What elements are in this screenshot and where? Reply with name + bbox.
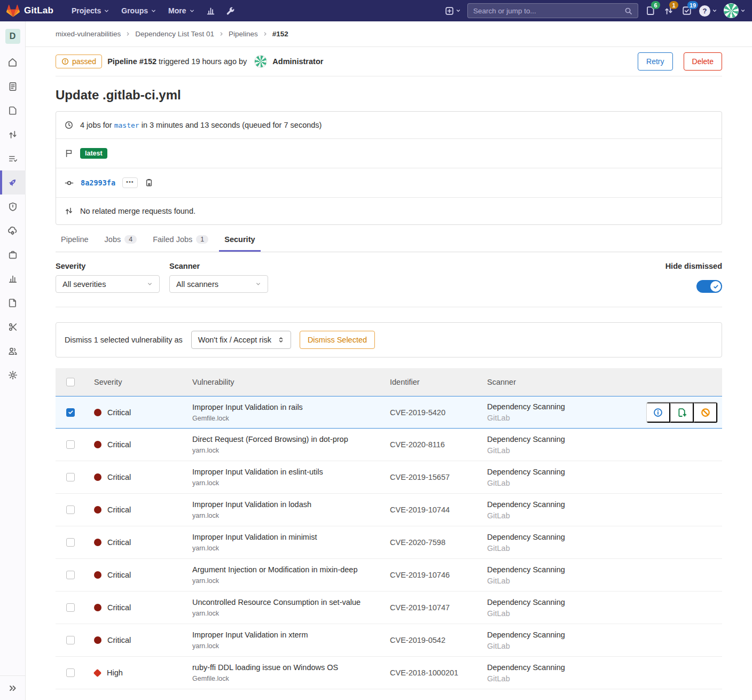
sidebar-item-repository[interactable]	[0, 74, 26, 98]
tab-failed-jobs[interactable]: Failed Jobs 1	[147, 228, 214, 252]
cloud-gear-icon	[7, 225, 18, 236]
row-checkbox[interactable]	[66, 408, 75, 417]
commit-sha-link[interactable]: 8a2993fa	[81, 178, 115, 187]
row-checkbox[interactable]	[66, 636, 75, 644]
analytics-nav-button[interactable]	[201, 2, 220, 20]
vulnerability-title[interactable]: Improper Input Validation in lodash	[192, 500, 375, 509]
admin-area-button[interactable]	[221, 2, 240, 20]
vulnerability-title[interactable]: ruby-ffi DDL loading issue on Windows OS	[192, 663, 375, 672]
sidebar-item-settings[interactable]	[0, 363, 26, 387]
row-checkbox[interactable]	[66, 473, 75, 481]
help-menu-button[interactable]: ?	[699, 5, 717, 17]
sidebar-item-pipelines[interactable]	[0, 170, 26, 195]
scanner-vendor: GitLab	[487, 446, 722, 455]
severity-label: Critical	[107, 505, 131, 514]
retry-button[interactable]: Retry	[638, 52, 672, 71]
project-avatar[interactable]: D	[5, 29, 20, 44]
severity-filter-dropdown[interactable]: All severities	[56, 275, 160, 293]
collapse-sidebar-button[interactable]	[0, 675, 26, 700]
scanner-cell: Dependency ScanningGitLab	[487, 435, 722, 455]
delete-button[interactable]: Delete	[684, 52, 722, 71]
dismiss-reason-select[interactable]: Won't fix / Accept risk	[191, 331, 291, 349]
severity-cell: Critical	[85, 571, 192, 579]
tab-jobs[interactable]: Jobs 4	[99, 228, 143, 252]
dismiss-vulnerability-button[interactable]	[694, 402, 717, 423]
breadcrumb-project[interactable]: Dependency List Test 01	[135, 30, 214, 38]
sidebar-item-snippets[interactable]	[0, 315, 26, 339]
row-checkbox[interactable]	[66, 440, 75, 449]
pipeline-status-badge[interactable]: passed	[56, 55, 102, 68]
home-icon	[7, 57, 18, 67]
sidebar-item-security[interactable]	[0, 195, 26, 219]
sidebar-item-issues[interactable]	[0, 98, 26, 122]
table-row[interactable]: CriticalArgument Injection or Modificati…	[56, 559, 722, 592]
table-row[interactable]: CriticalDirect Request (Forced Browsing)…	[56, 429, 722, 461]
row-checkbox[interactable]	[66, 668, 75, 677]
sidebar-item-members[interactable]	[0, 339, 26, 363]
table-row[interactable]: CriticalImproper Input Validation in xte…	[56, 624, 722, 657]
table-row[interactable]: CriticalImproper Input Validation in esl…	[56, 461, 722, 494]
tab-pipeline[interactable]: Pipeline	[56, 228, 94, 252]
page-title: Update .gitlab-ci.yml	[56, 88, 722, 103]
vulnerability-title[interactable]: Improper Input Validation in minimist	[192, 533, 375, 541]
user-menu-button[interactable]	[724, 3, 746, 18]
sidebar-item-analytics[interactable]	[0, 267, 26, 291]
shield-icon	[8, 202, 18, 212]
vulnerability-title[interactable]: Improper Input Validation in eslint-util…	[192, 468, 375, 476]
vulnerability-title[interactable]: Direct Request (Forced Browsing) in dot-…	[192, 435, 375, 444]
table-row[interactable]: CriticalUncontrolled Resource Consumptio…	[56, 592, 722, 624]
create-issue-button[interactable]	[670, 402, 694, 423]
tab-security[interactable]: Security	[219, 228, 260, 252]
todos-counter[interactable]: 19	[681, 4, 693, 18]
global-search[interactable]	[467, 3, 638, 18]
vulnerability-title[interactable]: Improper Input Validation in xterm	[192, 631, 375, 639]
sidebar-item-requirements[interactable]	[0, 146, 26, 170]
merge-requests-counter[interactable]: 1	[663, 4, 675, 18]
severity-critical-icon	[94, 539, 101, 546]
menu-groups[interactable]: Groups	[116, 2, 162, 19]
row-checkbox[interactable]	[66, 538, 75, 547]
row-checkbox[interactable]	[66, 505, 75, 514]
search-input[interactable]	[473, 7, 624, 15]
breadcrumb-pipelines[interactable]: Pipelines	[229, 30, 258, 38]
scanner-name: Dependency Scanning	[487, 435, 722, 444]
author-name[interactable]: Administrator	[272, 57, 323, 66]
row-checkbox[interactable]	[66, 571, 75, 579]
sidebar-item-overview[interactable]	[0, 50, 26, 74]
row-checkbox[interactable]	[66, 603, 75, 612]
table-row[interactable]: CriticalImproper Input Validation in rai…	[56, 396, 722, 429]
expand-commit-button[interactable]: •••	[122, 177, 138, 188]
issues-counter[interactable]: 6	[645, 4, 656, 18]
scanner-filter-dropdown[interactable]: All scanners	[169, 275, 268, 293]
branch-link[interactable]: master	[114, 121, 139, 129]
severity-filter-value: All severities	[62, 280, 106, 289]
sidebar-item-merge-requests[interactable]	[0, 122, 26, 146]
vulnerability-cell: Improper Input Validation in lodashyarn.…	[192, 500, 390, 519]
sidebar-item-operations[interactable]	[0, 219, 26, 243]
vulnerability-title[interactable]: Uncontrolled Resource Consumption in set…	[192, 598, 375, 606]
tab-security-label: Security	[224, 235, 255, 244]
menu-projects[interactable]: Projects	[66, 2, 115, 19]
copy-sha-button[interactable]	[145, 178, 153, 187]
gitlab-logo[interactable]: GitLab	[6, 4, 53, 18]
sidebar-item-packages[interactable]	[0, 243, 26, 267]
vulnerability-title[interactable]: Improper Input Validation in rails	[192, 403, 375, 411]
vulnerability-title[interactable]: Argument Injection or Modification in mi…	[192, 565, 375, 574]
hide-dismissed-toggle[interactable]	[696, 280, 722, 293]
members-icon	[8, 346, 18, 356]
table-row[interactable]: CriticalImproper Input Validation in min…	[56, 526, 722, 559]
breadcrumb-group[interactable]: mixed-vulnerabilities	[56, 30, 121, 38]
table-row[interactable]: CriticalImproper Input Validation in lod…	[56, 494, 722, 526]
menu-more-label: More	[168, 6, 186, 15]
author-avatar[interactable]	[254, 55, 267, 68]
severity-filter-group: Severity All severities	[56, 262, 160, 293]
menu-more[interactable]: More	[163, 2, 200, 19]
sidebar-item-wiki[interactable]	[0, 291, 26, 315]
select-all-checkbox[interactable]	[66, 378, 75, 386]
table-row[interactable]: Nokogiri Command Injection Vulnerability…	[56, 689, 722, 700]
table-row[interactable]: Highruby-ffi DDL loading issue on Window…	[56, 657, 722, 689]
more-info-button[interactable]	[647, 402, 670, 423]
dismiss-selected-button[interactable]: Dismiss Selected	[300, 331, 375, 349]
severity-critical-icon	[94, 506, 101, 514]
new-menu-button[interactable]	[445, 6, 461, 15]
